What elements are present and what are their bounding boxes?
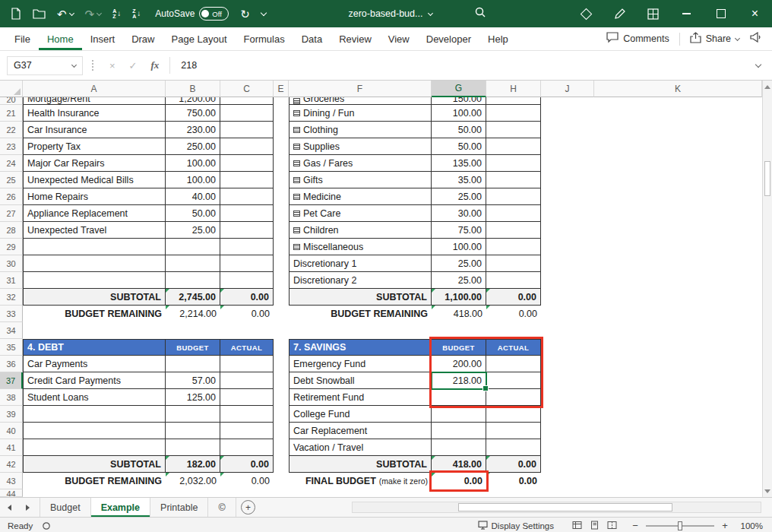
cell-H42[interactable]: 0.00 [486,456,541,473]
cell-F21[interactable]: Dining / Fun [289,105,432,122]
cell-C33[interactable]: 0.00 [220,306,274,322]
cell-K44[interactable] [594,489,762,497]
cell-F24[interactable]: Gas / Fares [289,155,432,172]
cell-G42[interactable]: 418.00 [432,456,486,473]
cell-J39[interactable] [541,406,594,423]
cell-C28[interactable] [220,222,274,239]
cell-K42[interactable] [594,456,762,473]
formula-bar-expand-icon[interactable] [755,62,761,68]
cell-B35[interactable]: BUDGET [166,339,220,356]
cell-K36[interactable] [594,356,762,372]
zoom-out-button[interactable]: − [631,520,640,531]
cell-E38[interactable] [274,389,289,406]
row-header-42[interactable]: 42 [0,456,23,473]
cell-H28[interactable] [486,222,541,239]
column-header-H[interactable]: H [486,81,541,97]
cell-C30[interactable] [220,255,274,272]
column-header-E[interactable]: E [274,81,289,97]
cell-G39[interactable] [432,406,486,423]
cell-H40[interactable] [486,423,541,439]
row-header-21[interactable]: 21 [0,105,23,122]
row-header-31[interactable]: 31 [0,272,23,289]
cell-A25[interactable]: Unexpected Medical Bills [23,172,166,188]
cell-A35[interactable]: 4. DEBT [23,339,166,356]
cell-C20[interactable] [220,97,274,105]
cell-J21[interactable] [541,105,594,122]
cell-J32[interactable] [541,289,594,306]
cell-E29[interactable] [274,239,289,255]
cell-J35[interactable] [541,339,594,356]
name-box[interactable]: G37 [7,56,83,75]
cell-G35[interactable]: BUDGET [432,339,486,356]
cell-F40[interactable]: Car Replacement [289,423,432,439]
cell-B38[interactable]: 125.00 [166,389,220,406]
cell-G20[interactable]: 150.00 [432,97,486,105]
cell-C32[interactable]: 0.00 [220,289,274,306]
enter-icon[interactable]: ✓ [129,60,138,71]
cell-G29[interactable]: 100.00 [432,239,486,255]
cell-C26[interactable] [220,188,274,205]
column-header-J[interactable]: J [541,81,594,97]
cell-B39[interactable] [166,406,220,423]
cell-A22[interactable]: Car Insurance [23,122,166,138]
formula-input[interactable]: 218 [174,60,756,71]
cell-E22[interactable] [274,122,289,138]
cell-F35[interactable]: 7. SAVINGS [289,339,432,356]
cell-H37[interactable] [486,372,541,389]
cell-F34[interactable] [289,322,432,339]
cell-G33[interactable]: 418.00 [432,306,486,322]
cell-F29[interactable]: Miscellaneous [289,239,432,255]
cell-J38[interactable] [541,389,594,406]
cell-B44[interactable] [166,489,220,497]
cell-G32[interactable]: 1,100.00 [432,289,486,306]
cell-B26[interactable]: 40.00 [166,188,220,205]
row-header-44[interactable]: 44 [0,489,23,497]
cell-A44[interactable] [23,489,166,497]
sort-descending-button[interactable]: ZA ↓ [132,8,141,19]
comments-button[interactable]: Comments [606,32,669,46]
page-layout-view-icon[interactable] [590,521,600,531]
cell-E43[interactable] [274,473,289,489]
cell-E23[interactable] [274,138,289,155]
row-header-34[interactable]: 34 [0,322,23,339]
cell-E39[interactable] [274,406,289,423]
cell-H24[interactable] [486,155,541,172]
cell-G25[interactable]: 35.00 [432,172,486,188]
sheet-tab-printable[interactable]: Printable [150,498,208,517]
display-settings-button[interactable]: Display Settings [478,521,554,531]
cell-F30[interactable]: Discretionary 1 [289,255,432,272]
select-all-button[interactable] [0,81,23,97]
cell-H39[interactable] [486,406,541,423]
cell-G38[interactable] [432,389,486,406]
tab-data[interactable]: Data [293,27,331,50]
cell-J42[interactable] [541,456,594,473]
cell-C43[interactable]: 0.00 [220,473,274,489]
cell-F26[interactable]: Medicine [289,188,432,205]
cell-K39[interactable] [594,406,762,423]
cell-C40[interactable] [220,423,274,439]
row-header-30[interactable]: 30 [0,255,23,272]
cell-H27[interactable] [486,205,541,222]
cell-A27[interactable]: Appliance Replacement [23,205,166,222]
cell-E35[interactable] [274,339,289,356]
cell-F43[interactable]: FINAL BUDGET(make it zero) [289,473,432,489]
cell-A30[interactable] [23,255,166,272]
cell-A42[interactable]: SUBTOTAL [23,456,166,473]
cell-E21[interactable] [274,105,289,122]
cell-J27[interactable] [541,205,594,222]
cell-H35[interactable]: ACTUAL [486,339,541,356]
cell-B41[interactable] [166,439,220,456]
cell-E33[interactable] [274,306,289,322]
cell-J20[interactable] [541,97,594,105]
cell-B40[interactable] [166,423,220,439]
search-icon[interactable] [474,6,486,21]
cell-F25[interactable]: Gifts [289,172,432,188]
cell-F44[interactable] [289,489,432,497]
cell-B31[interactable] [166,272,220,289]
cell-C42[interactable]: 0.00 [220,456,274,473]
minimize-button[interactable] [669,0,704,27]
cell-E36[interactable] [274,356,289,372]
vertical-scrollbar[interactable] [762,81,772,497]
diamond-addin-icon[interactable] [569,10,603,18]
cell-K30[interactable] [594,255,762,272]
